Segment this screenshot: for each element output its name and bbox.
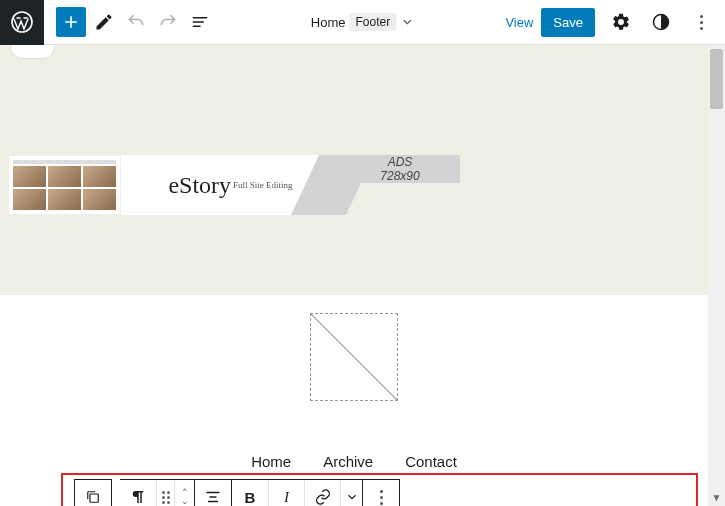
footer-nav-home[interactable]: Home [251,453,291,470]
editor-canvas-wrap: eStory Full Site Editing ADS 728x90 Home… [0,45,725,506]
svg-rect-2 [90,494,98,502]
footer-section: Home Archive Contact [0,295,708,506]
undo-button[interactable] [122,8,150,36]
block-more-options[interactable] [363,480,399,506]
ad-banner: eStory Full Site Editing ADS 728x90 [8,155,460,215]
chevron-down-icon [400,15,414,29]
ad-brand-name: eStory [168,172,231,199]
bold-button[interactable]: B [232,480,268,506]
align-button[interactable] [195,480,231,506]
select-parent-button[interactable] [75,480,111,506]
drag-handle[interactable] [156,480,174,506]
more-options-button[interactable] [687,8,715,36]
paragraph-block-icon[interactable] [120,480,156,506]
settings-button[interactable] [607,8,635,36]
list-view-button[interactable] [186,8,214,36]
scroll-down-arrow[interactable]: ▼ [708,489,725,506]
redo-button[interactable] [154,8,182,36]
ad-line2: 728x90 [380,169,419,183]
scroll-thumb[interactable] [710,49,723,109]
add-block-button[interactable] [56,7,86,37]
link-button[interactable] [304,480,340,506]
block-toolbar: ⌃⌄ B I [74,479,400,506]
partial-block-top [10,45,55,59]
image-placeholder[interactable] [310,313,398,401]
save-button[interactable]: Save [541,8,595,37]
ad-tagline: Full Site Editing [233,180,293,190]
breadcrumb-home: Home [311,15,346,30]
footer-nav-contact[interactable]: Contact [405,453,457,470]
footer-navigation: Home Archive Contact [0,453,708,470]
italic-button[interactable]: I [268,480,304,506]
editor-top-toolbar: Home Footer View Save [0,0,725,45]
wordpress-logo[interactable] [0,0,44,45]
breadcrumb-footer: Footer [350,13,397,31]
move-up-down[interactable]: ⌃⌄ [174,480,194,506]
edit-mode-button[interactable] [90,8,118,36]
document-breadcrumb[interactable]: Home Footer [311,13,414,31]
ad-thumbnail [8,155,121,215]
vertical-scrollbar[interactable]: ▲ ▼ [708,45,725,506]
editor-canvas[interactable]: eStory Full Site Editing ADS 728x90 Home… [0,45,708,506]
styles-button[interactable] [647,8,675,36]
ad-line1: ADS [388,155,413,169]
footer-nav-archive[interactable]: Archive [323,453,373,470]
more-rich-text-button[interactable] [340,480,362,506]
view-link[interactable]: View [505,15,533,30]
